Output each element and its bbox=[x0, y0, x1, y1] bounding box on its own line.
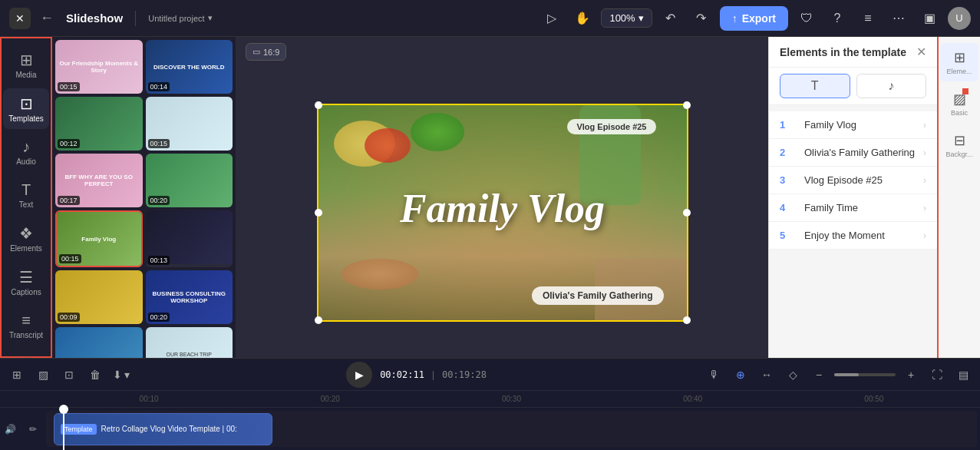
align-button[interactable]: ↔ bbox=[756, 364, 777, 385]
template-thumb-4-text bbox=[186, 121, 192, 127]
template-thumb-6[interactable]: 00:20 bbox=[146, 154, 233, 207]
divider bbox=[135, 11, 136, 26]
element-row-4[interactable]: 4 Family Time › bbox=[769, 194, 937, 222]
help-button[interactable]: ? bbox=[825, 6, 850, 31]
panel-toggle-button[interactable]: ▣ bbox=[917, 6, 942, 31]
template-thumb-2[interactable]: DISCOVER THE WORLD 00:14 bbox=[146, 40, 233, 94]
sidebar-item-elements[interactable]: ❖ Elements bbox=[3, 218, 49, 259]
element-row-5[interactable]: 5 Enjoy the Moment › bbox=[769, 222, 937, 250]
play-button[interactable]: ▶ bbox=[346, 362, 372, 388]
template-thumb-3[interactable]: 00:12 bbox=[55, 97, 143, 151]
sidebar-item-captions[interactable]: ☰ Captions bbox=[3, 262, 49, 303]
element-number-4: 4 bbox=[780, 202, 797, 213]
color-button[interactable]: ⊕ bbox=[730, 364, 751, 385]
corner-handle-mr[interactable] bbox=[683, 209, 691, 217]
sidebar-item-transcript[interactable]: ≡ Transcript bbox=[3, 306, 49, 346]
zoom-value: 100% bbox=[609, 12, 635, 24]
elements-panel-close[interactable]: ✕ bbox=[916, 45, 926, 59]
redo-button[interactable]: ↷ bbox=[689, 6, 714, 31]
element-arrow-5: › bbox=[923, 230, 926, 241]
template-grid: Our Friendship Moments & Story 00:15 DIS… bbox=[52, 37, 236, 358]
layout-tl[interactable]: ▤ bbox=[952, 364, 974, 385]
corner-handle-br[interactable] bbox=[683, 316, 691, 324]
right-panel: ⊞ Eleme... ▨ Basic ⊟ Backgr... bbox=[937, 37, 980, 358]
element-arrow-3: › bbox=[923, 175, 926, 186]
elements-tabs: T ♪ bbox=[769, 68, 937, 105]
back-button[interactable]: ← bbox=[40, 10, 54, 26]
export-button[interactable]: ↑ Export bbox=[720, 6, 788, 31]
element-row-2[interactable]: 2 Olivia's Family Gathering › bbox=[769, 139, 937, 167]
pointer-tool[interactable]: ▷ bbox=[539, 6, 564, 31]
sidebar-more-button[interactable]: ⌄ bbox=[21, 349, 31, 358]
template-thumb-10-text: BUSINESS CONSULTING WORKSHOP bbox=[146, 287, 233, 307]
left-sidebar: ⊞ Media ⊡ Templates ♪ Audio T Text ❖ Ele… bbox=[0, 37, 52, 358]
pencil-button[interactable]: ✏ bbox=[23, 419, 43, 440]
template-panel: Our Friendship Moments & Story 00:15 DIS… bbox=[52, 37, 236, 358]
scene-button[interactable]: ⊞ bbox=[6, 364, 28, 385]
track-main[interactable]: Template Retro Collage Vlog Video Templa… bbox=[46, 411, 977, 447]
right-elements-label: Eleme... bbox=[946, 68, 972, 75]
template-thumb-11[interactable]: 00:18 bbox=[55, 327, 143, 358]
elements-tab-text[interactable]: T bbox=[780, 74, 850, 98]
mic-button[interactable]: 🎙 bbox=[704, 364, 725, 385]
template-thumb-4[interactable]: 00:15 bbox=[146, 97, 233, 151]
sidebar-item-label-media: Media bbox=[15, 71, 36, 79]
clip-name-text: Retro Collage Vlog Video Template | 00: bbox=[101, 425, 237, 433]
template-thumb-2-text: DISCOVER THE WORLD bbox=[150, 61, 227, 74]
delete-button[interactable]: 🗑 bbox=[84, 364, 106, 385]
right-panel-elements[interactable]: ⊞ Eleme... bbox=[940, 43, 978, 81]
project-dropdown-icon: ▾ bbox=[208, 13, 213, 23]
corner-handle-bl[interactable] bbox=[315, 316, 322, 324]
trim-button[interactable]: ⊡ bbox=[58, 364, 80, 385]
food-item-3 bbox=[411, 113, 464, 151]
zoom-control[interactable]: 100% ▾ bbox=[601, 8, 652, 28]
right-panel-basic[interactable]: ▨ Basic bbox=[940, 84, 978, 123]
zoom-out-tl[interactable]: − bbox=[808, 364, 830, 385]
zoom-in-tl[interactable]: + bbox=[900, 364, 922, 385]
topbar: ✕ ← Slideshow Untitled project ▾ ▷ ✋ 100… bbox=[0, 0, 980, 37]
volume-button[interactable]: 🔊 bbox=[0, 419, 20, 440]
project-name[interactable]: Untitled project ▾ bbox=[148, 13, 212, 23]
sidebar-item-audio[interactable]: ♪ Audio bbox=[3, 132, 49, 172]
shield-button[interactable]: 🛡 bbox=[794, 6, 819, 31]
avatar[interactable]: U bbox=[948, 7, 971, 30]
keyframe-button[interactable]: ◇ bbox=[782, 364, 803, 385]
layers-button[interactable]: ≡ bbox=[856, 6, 880, 31]
app-logo[interactable]: ✕ bbox=[9, 8, 31, 29]
basic-icon-wrap: ▨ bbox=[953, 91, 966, 108]
download-button[interactable]: ⬇ ▾ bbox=[111, 364, 132, 385]
template-thumb-2-time: 00:14 bbox=[148, 82, 170, 91]
template-thumb-10[interactable]: BUSINESS CONSULTING WORKSHOP 00:20 bbox=[146, 270, 233, 324]
elements-panel-title: Elements in the template bbox=[780, 46, 906, 58]
template-thumb-3-text bbox=[96, 121, 102, 127]
more-button[interactable]: ⋯ bbox=[886, 6, 911, 31]
fullscreen-tl[interactable]: ⛶ bbox=[926, 364, 948, 385]
template-thumb-7[interactable]: Family Vlog 00:15 → bbox=[55, 210, 143, 267]
corner-handle-tl[interactable] bbox=[315, 101, 322, 109]
canvas-wrapper: Vlog Episode #25 Family Vlog Olivia's Fa… bbox=[236, 67, 768, 358]
playhead bbox=[63, 408, 64, 450]
template-thumb-1[interactable]: Our Friendship Moments & Story 00:15 bbox=[55, 40, 143, 94]
corner-handle-tr[interactable] bbox=[683, 101, 691, 109]
canvas-frame[interactable]: Vlog Episode #25 Family Vlog Olivia's Fa… bbox=[317, 104, 688, 322]
sidebar-item-media[interactable]: ⊞ Media bbox=[3, 45, 49, 85]
undo-button[interactable]: ↶ bbox=[658, 6, 683, 31]
template-thumb-9[interactable]: 00:09 bbox=[55, 270, 143, 324]
template-thumb-8[interactable]: 00:13 bbox=[146, 210, 233, 267]
element-row-1[interactable]: 1 Family Vlog › bbox=[769, 111, 937, 139]
elements-tab-music[interactable]: ♪ bbox=[856, 74, 927, 98]
corner-handle-ml[interactable] bbox=[315, 209, 322, 217]
split-button[interactable]: ▨ bbox=[32, 364, 54, 385]
element-row-3[interactable]: 3 Vlog Episode #25 › bbox=[769, 167, 937, 194]
sidebar-item-text[interactable]: T Text bbox=[3, 175, 49, 215]
template-thumb-5[interactable]: BFF WHY ARE YOU SO PERFECT 00:17 bbox=[55, 154, 143, 207]
track-clip[interactable]: Template Retro Collage Vlog Video Templa… bbox=[54, 413, 272, 445]
hand-tool[interactable]: ✋ bbox=[570, 6, 595, 31]
right-background-label: Backgr... bbox=[945, 151, 972, 158]
right-panel-background[interactable]: ⊟ Backgr... bbox=[940, 126, 978, 164]
template-thumb-12[interactable]: OUR BEACH TRIP 00:20 bbox=[146, 327, 233, 358]
playhead-handle bbox=[59, 405, 68, 414]
aspect-ratio-button[interactable]: ▭ 16:9 bbox=[246, 43, 286, 61]
track-left-controls: 🔊 ✏ bbox=[0, 408, 43, 450]
sidebar-item-templates[interactable]: ⊡ Templates bbox=[3, 88, 49, 129]
